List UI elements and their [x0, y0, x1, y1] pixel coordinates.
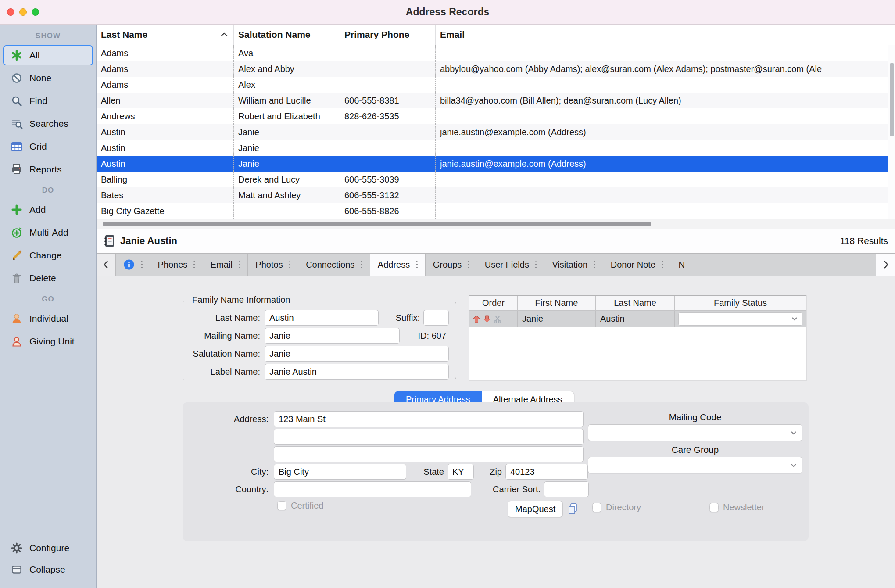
table-row[interactable]: Balling Derek and Lucy 606-555-3039 [97, 172, 895, 187]
table-row[interactable]: Adams Alex and Abby abbylou@yahoo.com (A… [97, 61, 895, 77]
tab-info[interactable] [116, 254, 150, 276]
newsletter-checkbox[interactable] [709, 503, 719, 512]
tab-donor-note[interactable]: Donor Note [603, 254, 671, 276]
sidebar-item-searches[interactable]: Searches [3, 114, 93, 134]
salutation-name-field[interactable] [265, 346, 449, 362]
vertical-scrollbar-thumb[interactable] [890, 63, 894, 136]
tabs-scroll-right-button[interactable] [876, 254, 895, 276]
label-name-field[interactable] [265, 364, 449, 380]
cell-phone [340, 156, 436, 172]
horizontal-scrollbar-thumb[interactable] [103, 222, 651, 226]
carrier-sort-field[interactable] [544, 481, 589, 497]
tab-user-fields[interactable]: User Fields [477, 254, 545, 276]
sidebar-item-all[interactable]: All [3, 45, 93, 65]
tab-photos[interactable]: Photos [248, 254, 298, 276]
tab-menu-dots[interactable] [416, 261, 418, 269]
sidebar-item-add[interactable]: Add [3, 200, 93, 220]
tab-address[interactable]: Address [370, 254, 426, 276]
city-field[interactable] [274, 464, 406, 480]
tab-email[interactable]: Email [203, 254, 248, 276]
column-header-primary-phone[interactable]: Primary Phone [340, 25, 436, 45]
tab-phones[interactable]: Phones [150, 254, 203, 276]
tab-menu-dots[interactable] [468, 261, 469, 269]
sidebar-item-configure[interactable]: Configure [3, 538, 93, 558]
info-icon [123, 259, 135, 270]
cell-email [436, 45, 895, 61]
table-row[interactable]: Big City Gazette 606-555-8826 [97, 203, 895, 219]
move-up-icon[interactable] [472, 315, 481, 323]
state-field[interactable] [448, 464, 474, 480]
column-header-salutation-name[interactable]: Salutation Name [234, 25, 340, 45]
column-label: Primary Phone [344, 29, 409, 40]
certified-checkbox[interactable] [277, 501, 286, 510]
family-status-dropdown[interactable] [678, 312, 802, 326]
table-row[interactable]: Austin Janie janie.austin@example.com (A… [97, 124, 895, 140]
table-row[interactable]: Adams Alex [97, 77, 895, 93]
sidebar-item-individual[interactable]: Individual [3, 308, 93, 329]
family-member-row[interactable]: Janie Austin [469, 311, 806, 327]
zip-field[interactable] [505, 464, 588, 480]
table-row[interactable]: Andrews Robert and Elizabeth 828-626-353… [97, 108, 895, 124]
sidebar-section-go: GO [0, 295, 96, 304]
tab-connections[interactable]: Connections [298, 254, 370, 276]
cell-phone [340, 45, 436, 61]
sidebar-item-delete[interactable]: Delete [3, 268, 93, 288]
move-down-icon[interactable] [483, 315, 491, 323]
scissors-icon[interactable] [493, 315, 502, 323]
tab-menu-dots[interactable] [239, 261, 240, 269]
zoom-window-button[interactable] [32, 8, 39, 16]
address-line1-field[interactable] [274, 411, 584, 427]
mailing-code-dropdown[interactable] [588, 424, 802, 441]
close-window-button[interactable] [7, 8, 14, 16]
country-field[interactable] [274, 481, 471, 497]
table-row[interactable]: Bates Matt and Ashley 606-555-3132 [97, 187, 895, 203]
tab-menu-dots[interactable] [594, 261, 595, 269]
sidebar-item-change[interactable]: Change [3, 245, 93, 265]
sidebar-item-label: None [29, 73, 51, 83]
sidebar-item-label: Multi-Add [29, 227, 68, 238]
sidebar-item-grid[interactable]: Grid [3, 136, 93, 157]
cell-phone [340, 77, 436, 93]
tab-menu-dots[interactable] [289, 261, 291, 269]
tab-menu-dots[interactable] [535, 261, 537, 269]
copy-icon[interactable] [567, 502, 579, 516]
carrier-sort-label: Carrier Sort: [471, 484, 541, 495]
vertical-scrollbar[interactable] [888, 45, 895, 219]
mapquest-button[interactable]: MapQuest [508, 501, 563, 517]
address-line3-field[interactable] [274, 446, 584, 462]
tab-menu-dots[interactable] [141, 261, 143, 269]
minimize-window-button[interactable] [19, 8, 27, 16]
sidebar-item-find[interactable]: Find [3, 91, 93, 111]
sidebar-item-giving-unit[interactable]: Giving Unit [3, 331, 93, 351]
sidebar-section-do: DO [0, 186, 96, 195]
sidebar-item-multi-add[interactable]: Multi-Add [3, 222, 93, 243]
suffix-field[interactable] [423, 310, 449, 326]
tab-notes-truncated[interactable]: N [671, 254, 876, 276]
column-header-last-name[interactable]: Last Name [97, 25, 234, 45]
sidebar-item-none[interactable]: None [3, 68, 93, 88]
address-line2-field[interactable] [274, 429, 584, 445]
tab-groups[interactable]: Groups [426, 254, 477, 276]
sidebar-item-label: Grid [29, 141, 47, 152]
table-row[interactable]: Austin Janie [97, 140, 895, 156]
sidebar-item-reports[interactable]: Reports [3, 159, 93, 179]
family-name-information-group: Family Name Information Last Name: Suffi… [183, 301, 456, 380]
sidebar-item-label: Giving Unit [29, 336, 75, 347]
none-circle-slash-icon [11, 72, 23, 84]
tab-menu-dots[interactable] [361, 261, 362, 269]
tab-menu-dots[interactable] [193, 261, 195, 269]
directory-checkbox[interactable] [592, 503, 601, 512]
tab-menu-dots[interactable] [662, 261, 663, 269]
tabs-scroll-left-button[interactable] [97, 254, 116, 276]
table-row[interactable]: Adams Ava [97, 45, 895, 61]
column-header-email[interactable]: Email [436, 25, 895, 45]
table-row[interactable]: Allen William and Lucille 606-555-8381 b… [97, 93, 895, 108]
care-group-label: Care Group [588, 445, 802, 455]
last-name-field[interactable] [265, 310, 379, 326]
mailing-name-field[interactable] [265, 328, 400, 344]
care-group-dropdown[interactable] [588, 457, 802, 473]
tab-visitation[interactable]: Visitation [544, 254, 603, 276]
table-row-selected[interactable]: Austin Janie janie.austin@example.com (A… [97, 156, 895, 172]
sidebar-item-collapse[interactable]: Collapse [3, 559, 93, 580]
horizontal-scrollbar[interactable] [97, 219, 895, 229]
